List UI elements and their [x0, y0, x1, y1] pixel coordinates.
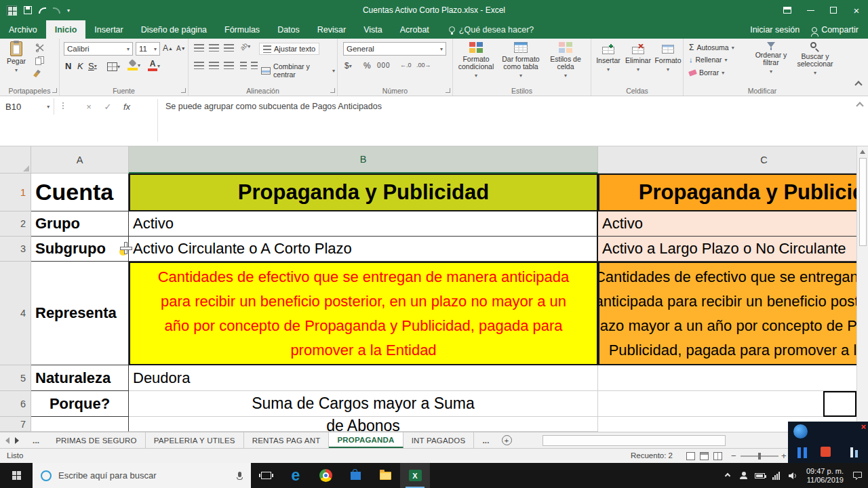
normal-view-icon[interactable]: [686, 452, 695, 460]
cell-b4[interactable]: Cantidades de efectivo que se entregan d…: [129, 262, 598, 365]
cell-c4[interactable]: Cantidades de efectivo que se entregan d…: [598, 262, 868, 365]
font-name-select[interactable]: Calibri▾: [64, 42, 133, 56]
orientation-icon[interactable]: ab▾: [240, 43, 250, 50]
page-layout-view-icon[interactable]: [700, 452, 709, 460]
format-as-table-button[interactable]: Dar formato como tabla▾: [499, 42, 542, 79]
collapse-formula-bar-icon[interactable]: [857, 103, 863, 108]
outlined-cell[interactable]: [823, 391, 856, 417]
increase-indent-icon[interactable]: [251, 62, 258, 69]
tab-revisar[interactable]: Revisar: [309, 20, 355, 39]
task-view-button[interactable]: [251, 463, 281, 488]
underline-button[interactable]: S▾: [88, 61, 97, 71]
format-painter-icon[interactable]: [35, 70, 39, 77]
sheet-overflow-right[interactable]: ...: [474, 432, 497, 448]
cut-icon[interactable]: [35, 43, 45, 52]
volume-icon[interactable]: [785, 463, 801, 488]
cell-c2[interactable]: Activo: [598, 211, 868, 237]
tab-vista[interactable]: Vista: [355, 20, 391, 39]
cell-a5[interactable]: Naturaleza: [31, 365, 129, 391]
chrome-button[interactable]: [311, 463, 340, 488]
file-explorer-button[interactable]: [370, 463, 400, 488]
formula-bar-splitter[interactable]: [62, 102, 64, 109]
row-header-1[interactable]: 1: [0, 174, 31, 211]
zoom-slider[interactable]: [741, 455, 778, 457]
align-left-icon[interactable]: [194, 62, 204, 69]
decrease-indent-icon[interactable]: [240, 62, 247, 69]
alignment-dialog-launcher[interactable]: [330, 88, 335, 93]
align-bottom-icon[interactable]: [224, 44, 234, 52]
decrease-decimal-icon[interactable]: .00→: [416, 62, 431, 68]
network-icon[interactable]: [768, 463, 785, 488]
row-header-5[interactable]: 5: [0, 365, 31, 391]
cell-a1[interactable]: Cuenta: [31, 174, 129, 211]
ribbon-display-options-icon[interactable]: [776, 0, 799, 20]
clear-button[interactable]: Borrar▾: [689, 68, 724, 77]
insert-cells-button[interactable]: Insertar▾: [594, 44, 623, 73]
tab-acrobat[interactable]: Acrobat: [391, 20, 438, 39]
edge-button[interactable]: e: [281, 463, 311, 488]
number-format-select[interactable]: General▾: [343, 42, 446, 56]
number-dialog-launcher[interactable]: [446, 88, 450, 93]
share-button[interactable]: Compartir: [812, 25, 859, 35]
paste-button[interactable]: Pegar▾: [3, 41, 29, 74]
shrink-font-icon[interactable]: A▼: [176, 45, 186, 52]
recorder-close-icon[interactable]: ×: [861, 422, 866, 432]
row-header-4[interactable]: 4: [0, 262, 31, 365]
tray-expand-icon[interactable]: [719, 463, 736, 488]
tab-inicio[interactable]: Inicio: [46, 20, 86, 39]
cell-b2[interactable]: Activo: [129, 211, 598, 237]
sheet-tab-propaganda[interactable]: PROPAGANDA: [329, 432, 403, 448]
cell-a3[interactable]: Subgrupo: [31, 237, 129, 262]
align-top-icon[interactable]: [194, 44, 204, 52]
close-icon[interactable]: ×: [845, 0, 868, 20]
battery-icon[interactable]: [752, 463, 768, 488]
sign-in-link[interactable]: Iniciar sesión: [750, 25, 800, 35]
autosum-button[interactable]: ΣAutosuma▾: [689, 43, 734, 52]
row-header-2[interactable]: 2: [0, 211, 31, 237]
increase-decimal-icon[interactable]: ←.0: [400, 62, 412, 68]
redo-icon[interactable]: [53, 7, 60, 14]
column-header-a[interactable]: A: [31, 146, 129, 174]
tab-diseno[interactable]: Diseño de página: [132, 20, 216, 39]
taskbar-clock[interactable]: 09:47 p. m. 11/06/2019: [801, 467, 849, 485]
sheet-tab-intpagados[interactable]: INT PAGADOS: [403, 432, 475, 448]
merge-center-button[interactable]: Combinar y centrar▾: [259, 61, 337, 80]
font-color-icon[interactable]: A▾: [148, 60, 160, 71]
vertical-scrollbar[interactable]: [856, 146, 868, 432]
cell-a6[interactable]: Porque?: [31, 391, 129, 417]
font-dialog-launcher[interactable]: [181, 88, 186, 93]
row-header-3[interactable]: 3: [0, 237, 31, 262]
scroll-up-icon[interactable]: [860, 150, 865, 154]
taskbar-search-input[interactable]: Escribe aquí para buscar: [33, 463, 251, 488]
tab-datos[interactable]: Datos: [269, 20, 309, 39]
cell-c1[interactable]: Propaganda y Publicidad: [598, 174, 868, 211]
column-header-c[interactable]: C: [598, 146, 868, 174]
cell-b3[interactable]: Activo Circulante o A Corto Plazo: [129, 237, 598, 262]
format-cells-button[interactable]: Formato▾: [654, 44, 682, 73]
sheet-tab-papeleria[interactable]: PAPELERIA Y UTILES: [146, 432, 244, 448]
sheet-nav-right-icon[interactable]: [15, 437, 19, 444]
copy-icon[interactable]: [35, 56, 44, 65]
align-right-icon[interactable]: [224, 62, 234, 69]
percent-format-icon[interactable]: %: [363, 61, 371, 70]
sheet-tab-primas[interactable]: PRIMAS DE SEGURO: [47, 432, 146, 448]
fill-button[interactable]: ↓Rellenar▾: [689, 56, 728, 64]
sheet-overflow-left[interactable]: ...: [24, 432, 47, 448]
comma-format-icon[interactable]: 000: [377, 62, 391, 69]
pause-recording-icon[interactable]: [797, 447, 807, 458]
cell-a4[interactable]: Representa: [31, 262, 129, 365]
zoom-out-icon[interactable]: −: [731, 451, 736, 461]
delete-cells-button[interactable]: Eliminar▾: [624, 44, 652, 73]
conditional-format-button[interactable]: Formato condicional▾: [454, 42, 498, 79]
vertical-scroll-thumb[interactable]: [859, 158, 867, 246]
stop-recording-icon[interactable]: [821, 447, 831, 457]
cell-c5[interactable]: [598, 365, 868, 391]
select-all-corner[interactable]: [0, 146, 31, 174]
horizontal-scroll-thumb[interactable]: [542, 435, 726, 446]
align-center-icon[interactable]: [209, 62, 219, 69]
wrap-text-button[interactable]: Ajustar texto: [259, 43, 319, 55]
undo-icon[interactable]: [39, 7, 46, 14]
people-tray-icon[interactable]: [736, 463, 752, 488]
zoom-in-icon[interactable]: +: [781, 451, 787, 461]
row-header-6[interactable]: 6: [0, 391, 31, 417]
